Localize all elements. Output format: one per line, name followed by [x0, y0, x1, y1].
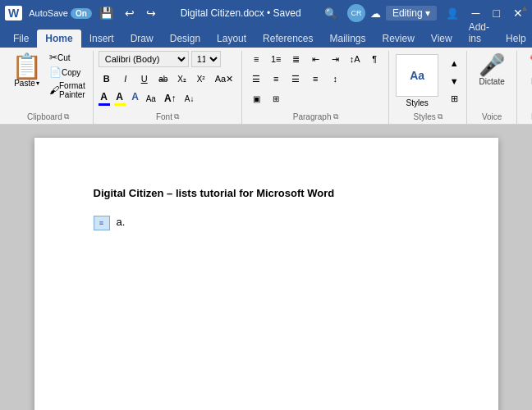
redo-button[interactable]: ↪ [142, 5, 160, 21]
sort-button[interactable]: ↕A [346, 51, 364, 67]
document-title: Digital Citizen.docx • Saved [181, 7, 301, 19]
styles-button[interactable]: Aa Styles [392, 51, 442, 111]
group-editor: ✏️ Editor Editor [517, 51, 532, 124]
show-marks-button[interactable]: ¶ [365, 51, 383, 67]
group-voice: 🎤 Dictate Voice [467, 51, 517, 124]
paste-button[interactable]: 📋 Paste ▾ [8, 51, 45, 91]
font-family-select[interactable]: Calibri (Body) [99, 51, 189, 67]
text-effects-button[interactable]: A [130, 91, 141, 106]
font-size-select[interactable]: 11 [191, 51, 221, 67]
styles-nav: ▲ ▼ ⊞ [445, 55, 463, 107]
autosave-label: AutoSave [29, 8, 68, 18]
multilevel-list-button[interactable]: ≣ [287, 51, 305, 67]
dictate-icon: 🎤 [479, 54, 505, 75]
decrease-indent-button[interactable]: ⇤ [306, 51, 324, 67]
styles-group-label: Styles ⧉ [392, 111, 463, 124]
align-left-button[interactable]: ☰ [247, 71, 265, 87]
borders-button[interactable]: ⊞ [267, 90, 285, 107]
editor-button[interactable]: ✏️ Editor [522, 51, 532, 89]
document-area: Digital Citizen – lists tutorial for Mic… [0, 125, 532, 410]
share-button[interactable]: 👤 [442, 6, 463, 21]
title-bar-left: W AutoSave On 💾 ↩ ↪ [5, 5, 162, 21]
save-button[interactable]: 💾 [95, 5, 117, 21]
tab-insert[interactable]: Insert [81, 30, 122, 48]
tab-file[interactable]: File [5, 30, 37, 48]
autosave-toggle[interactable]: On [71, 8, 92, 19]
tab-mailings[interactable]: Mailings [321, 30, 374, 48]
tab-design[interactable]: Design [162, 30, 209, 48]
search-icon[interactable]: 🔍 [319, 6, 342, 21]
underline-button[interactable]: U [136, 71, 153, 87]
paragraph-expand-icon[interactable]: ⧉ [333, 112, 338, 121]
tab-addins[interactable]: Add-ins [461, 18, 498, 48]
styles-scroll-down[interactable]: ▼ [445, 73, 463, 89]
ribbon-tabs: File Home Insert Draw Design Layout Refe… [0, 26, 532, 48]
decrease-font-button[interactable]: A↓ [181, 90, 198, 107]
tab-help[interactable]: Help [498, 30, 532, 48]
group-font: Calibri (Body) 11 B I U ab X₂ X² Aa✕ A [94, 51, 242, 124]
document-page[interactable]: Digital Citizen – lists tutorial for Mic… [34, 138, 498, 410]
tab-layout[interactable]: Layout [209, 30, 255, 48]
highlight-color-button[interactable]: A [114, 91, 126, 106]
increase-indent-button[interactable]: ⇥ [326, 51, 344, 67]
chevron-down-icon: ▾ [425, 7, 430, 19]
styles-expand[interactable]: ⊞ [445, 91, 463, 107]
change-case-button[interactable]: Aa [143, 90, 159, 107]
bold-button[interactable]: B [99, 71, 115, 87]
font-row-3: A A A Aa A↑ A↓ [99, 90, 198, 107]
increase-font-button[interactable]: A↑ [161, 90, 180, 107]
list-icon: ≡ [94, 216, 110, 230]
cut-button[interactable]: ✂ Cut [47, 51, 88, 64]
strikethrough-button[interactable]: ab [155, 71, 172, 87]
paste-icon: 📋 [11, 54, 42, 79]
font-row-1: Calibri (Body) 11 [99, 51, 221, 67]
styles-content: Aa Styles ▲ ▼ ⊞ [392, 51, 463, 111]
subscript-button[interactable]: X₂ [174, 71, 190, 87]
font-row-2: B I U ab X₂ X² Aa✕ [99, 71, 236, 87]
para-row-2: ☰ ≡ ☰ ≡ ↕ [247, 71, 344, 87]
tab-draw[interactable]: Draw [122, 30, 162, 48]
group-paragraph: ≡ 1≡ ≣ ⇤ ⇥ ↕A ¶ ☰ ≡ ☰ ≡ ↕ ▣ ⊞ Paragraph [242, 51, 389, 124]
tab-home[interactable]: Home [37, 30, 80, 48]
autosave-badge: AutoSave On [29, 8, 92, 19]
styles-scroll-up[interactable]: ▲ [445, 55, 463, 71]
list-text: a. [117, 216, 126, 228]
clear-format-button[interactable]: Aa✕ [212, 71, 236, 87]
tab-references[interactable]: References [255, 30, 321, 48]
editor-content: ✏️ Editor [522, 51, 532, 111]
copy-button[interactable]: 📄 Copy [47, 66, 88, 79]
clipboard-expand-icon[interactable]: ⧉ [64, 112, 69, 121]
title-bar: W AutoSave On 💾 ↩ ↪ Digital Citizen.docx… [0, 0, 532, 26]
tab-review[interactable]: Review [374, 30, 423, 48]
voice-label: Voice [472, 111, 511, 124]
bullets-button[interactable]: ≡ [247, 51, 265, 67]
clipboard-content: 📋 Paste ▾ ✂ Cut 📄 Copy 🖌 Format Painter [8, 51, 88, 111]
shading-button[interactable]: ▣ [247, 90, 265, 107]
tab-view[interactable]: View [423, 30, 461, 48]
ribbon: 📋 Paste ▾ ✂ Cut 📄 Copy 🖌 Format Painter … [0, 48, 532, 125]
editing-mode-button[interactable]: Editing ▾ [386, 6, 437, 20]
align-right-button[interactable]: ☰ [287, 71, 305, 87]
numbering-button[interactable]: 1≡ [267, 51, 285, 67]
word-logo: W [5, 6, 22, 20]
voice-content: 🎤 Dictate [472, 51, 511, 111]
font-expand-icon[interactable]: ⧉ [174, 112, 179, 121]
dictate-button[interactable]: 🎤 Dictate [472, 51, 511, 89]
format-painter-button[interactable]: 🖌 Format Painter [47, 80, 88, 100]
clipboard-sub: ✂ Cut 📄 Copy 🖌 Format Painter [47, 51, 88, 100]
align-center-button[interactable]: ≡ [267, 71, 285, 87]
line-spacing-button[interactable]: ↕ [326, 71, 344, 87]
paste-dropdown-icon[interactable]: ▾ [36, 80, 39, 87]
font-color-button[interactable]: A [99, 91, 110, 106]
paragraph-content: ≡ 1≡ ≣ ⇤ ⇥ ↕A ¶ ☰ ≡ ☰ ≡ ↕ ▣ ⊞ [247, 51, 383, 111]
group-clipboard: 📋 Paste ▾ ✂ Cut 📄 Copy 🖌 Format Painter … [3, 51, 94, 124]
italic-button[interactable]: I [117, 71, 134, 87]
cloud-icon[interactable]: ☁ [370, 7, 381, 20]
undo-button[interactable]: ↩ [121, 5, 139, 21]
styles-expand-icon[interactable]: ⧉ [438, 112, 443, 121]
superscript-button[interactable]: X² [193, 71, 209, 87]
list-row: ≡ a. [94, 216, 439, 230]
ribbon-collapse-button[interactable]: ▲ [521, 2, 529, 13]
justify-button[interactable]: ≡ [306, 71, 324, 87]
user-avatar[interactable]: CR [347, 4, 365, 22]
